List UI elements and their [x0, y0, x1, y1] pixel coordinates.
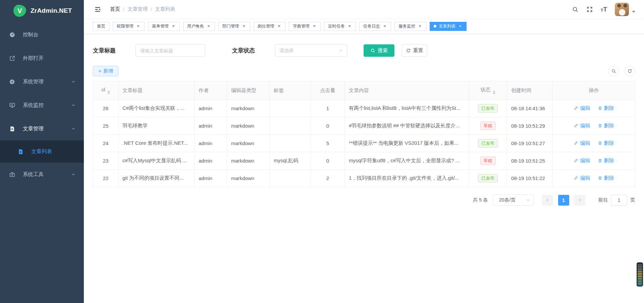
refresh-table-button[interactable] — [625, 66, 635, 76]
column-header-editor: 编辑器类型 — [227, 81, 270, 100]
chevron-down-icon — [526, 198, 530, 202]
cell-created: 08-19 10:51:27 — [507, 135, 553, 152]
chevron-right-icon — [578, 198, 582, 202]
sidebar-item-article-list[interactable]: 文章列表 — [0, 140, 84, 163]
close-icon[interactable]: × — [458, 24, 463, 29]
tab-label: 用户角色 — [187, 24, 204, 29]
tab-label: 字典管理 — [293, 24, 310, 29]
sidebar-item-system-monitor[interactable]: 系统监控 — [0, 93, 84, 117]
sidebar-item-system-tools[interactable]: 系统工具 — [0, 163, 84, 186]
edit-button[interactable]: 编辑 — [574, 158, 590, 164]
article-title-input[interactable] — [136, 44, 205, 57]
tab-article-list[interactable]: 文章列表× — [430, 22, 467, 31]
app-root: V ZrAdmin.NET 控制台 外部打开 系统管理 — [0, 0, 644, 303]
sidebar-fold-icon[interactable] — [94, 6, 101, 13]
cell-tags: mysql,乱码 — [270, 152, 311, 170]
article-status-select[interactable]: 请选择 — [275, 44, 347, 57]
refresh-icon — [627, 69, 632, 74]
tab-position[interactable]: 岗位管理× — [254, 22, 285, 31]
font-size-icon[interactable]: TT — [601, 6, 607, 12]
sidebar-item-external-open[interactable]: 外部打开 — [0, 46, 84, 70]
delete-button[interactable]: 删除 — [598, 140, 614, 146]
close-icon[interactable]: × — [418, 24, 422, 29]
edit-button[interactable]: 编辑 — [574, 105, 590, 112]
prev-page-button[interactable] — [542, 195, 553, 206]
search-icon[interactable] — [572, 6, 579, 13]
cell-title: c#写入Mysql中文显示乱码 ... — [118, 152, 195, 170]
cell-tags — [270, 170, 311, 187]
tags-view-bar: 首页 权限管理× 菜单管理× 用户角色× 部门管理× 岗位管理× 字典管理× 定… — [84, 18, 644, 34]
close-icon[interactable]: × — [312, 24, 317, 29]
add-button[interactable]: + 新增 — [93, 66, 118, 76]
show-search-button[interactable] — [608, 66, 619, 76]
cell-clicks: 2 — [311, 170, 345, 187]
delete-button[interactable]: 删除 — [598, 175, 614, 181]
app-logo[interactable]: V ZrAdmin.NET — [0, 0, 84, 21]
scroll-indicator[interactable] — [637, 262, 643, 287]
close-icon[interactable]: × — [171, 24, 176, 29]
next-page-button[interactable] — [574, 195, 585, 206]
delete-button[interactable]: 删除 — [598, 158, 614, 164]
fullscreen-icon[interactable] — [586, 6, 593, 13]
delete-button[interactable]: 删除 — [598, 105, 614, 112]
close-icon[interactable]: × — [136, 24, 141, 29]
sidebar-item-label: 系统管理 — [23, 78, 44, 85]
search-button[interactable]: 搜索 — [364, 44, 394, 57]
sort-caret-icon[interactable] — [107, 90, 110, 94]
delete-button[interactable]: 删除 — [598, 123, 614, 129]
user-avatar[interactable] — [615, 3, 629, 16]
cell-content: 1，找到项目所在目录下的 .git/文件夹，进入.git/... — [345, 170, 469, 187]
edit-button[interactable]: 编辑 — [574, 175, 590, 181]
sidebar-item-system-management[interactable]: 系统管理 — [0, 70, 84, 93]
tab-department[interactable]: 部门管理× — [218, 22, 250, 31]
chevron-down-icon — [71, 79, 76, 84]
cell-content: **错误提示** 当电脑更新 VS2017 版本后，如果... — [345, 135, 469, 152]
goto-page-input[interactable] — [611, 195, 627, 206]
close-icon[interactable]: × — [382, 24, 387, 29]
pencil-icon — [574, 106, 578, 111]
column-header-status[interactable]: 状态 — [469, 81, 507, 100]
breadcrumb-article-list: 文章列表 — [155, 6, 175, 12]
cell-content: #羽毛球拍参数说明 ## 中管软硬选择以及长度介... — [345, 117, 469, 135]
page-size-select[interactable]: 20条/页 — [493, 194, 534, 206]
sidebar-item-label: 外部打开 — [23, 55, 44, 62]
edit-button[interactable]: 编辑 — [574, 140, 590, 146]
sort-caret-icon[interactable] — [493, 90, 495, 94]
sidebar-item-article-management[interactable]: 文章管理 — [0, 117, 84, 140]
column-header-content: 文章内容 — [345, 81, 469, 100]
table-row: 26 C#两个list集合实现关联，... admin markdown 1 有… — [93, 100, 635, 117]
tab-label: 任务日志 — [363, 24, 380, 29]
tab-home[interactable]: 首页 — [93, 22, 109, 31]
close-icon[interactable]: × — [347, 24, 352, 29]
goto-label: 前往 — [598, 197, 608, 203]
breadcrumb-article-management[interactable]: 文章管理 — [127, 6, 148, 12]
tab-user-role[interactable]: 用户角色× — [183, 22, 215, 31]
reset-button[interactable]: 重置 — [402, 44, 427, 57]
breadcrumb-separator: / — [123, 6, 124, 12]
tab-task-log[interactable]: 任务日志× — [359, 22, 391, 31]
cell-editor: markdown — [227, 117, 270, 135]
breadcrumb-home[interactable]: 首页 — [110, 6, 120, 12]
sidebar-item-dashboard[interactable]: 控制台 — [0, 23, 84, 46]
tab-permission[interactable]: 权限管理× — [113, 22, 145, 31]
tab-label: 服务监控 — [398, 24, 415, 29]
topbar-actions: TT — [572, 3, 635, 16]
page-number-1[interactable]: 1 — [558, 195, 569, 206]
tab-menu-management[interactable]: 菜单管理× — [148, 22, 180, 31]
tab-service-monitor[interactable]: 服务监控× — [394, 22, 426, 31]
column-header-id[interactable]: id — [93, 81, 118, 100]
tab-scheduled-task[interactable]: 定时任务× — [324, 22, 356, 31]
cell-tags — [270, 100, 311, 117]
user-menu[interactable] — [615, 3, 635, 16]
close-icon[interactable]: × — [241, 24, 246, 29]
edit-button[interactable]: 编辑 — [574, 123, 590, 129]
tab-label: 岗位管理 — [258, 24, 274, 29]
status-badge: 已发布 — [478, 139, 498, 147]
cell-author: admin — [195, 152, 227, 170]
cell-content: mysql字符集utf8，c#写入中文后，全部显示成? ... — [345, 152, 469, 170]
active-dot-icon — [434, 25, 436, 28]
close-icon[interactable]: × — [206, 24, 211, 29]
close-icon[interactable]: × — [277, 24, 281, 29]
tab-dictionary[interactable]: 字典管理× — [289, 22, 321, 31]
pagination: 共 5 条 20条/页 1 前 — [93, 194, 635, 206]
